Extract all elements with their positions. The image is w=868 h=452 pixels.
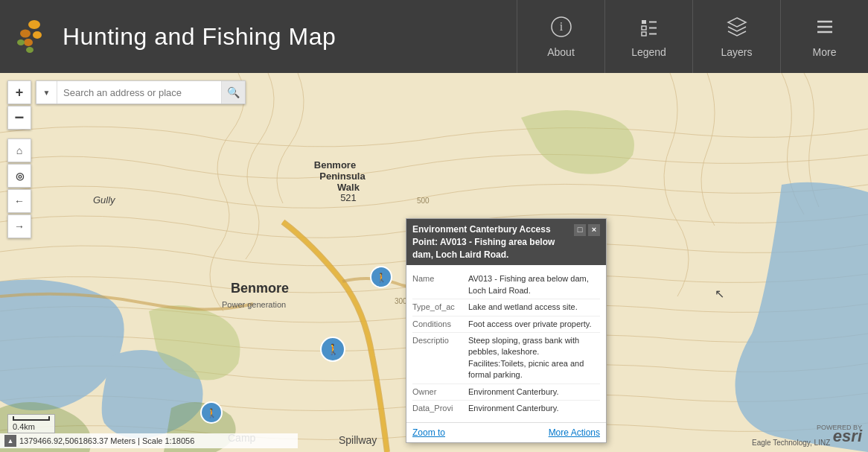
scale-bar: 0.4km <box>7 414 55 433</box>
popup-field-row: NameAV013 - Fishing area below dam, Loch… <box>412 271 600 299</box>
back-button[interactable]: ← <box>7 189 31 213</box>
svg-rect-8 <box>642 20 646 24</box>
popup-header: Environment Canterbury Access Point: AV0… <box>406 219 606 265</box>
app-title: Hunting and Fishing Map <box>63 23 336 51</box>
popup-field-key: Conditions <box>412 319 468 330</box>
svg-text:Benmore: Benmore <box>314 159 356 171</box>
popup-field-value: Steep sloping, grass bank with pebbles, … <box>468 335 600 381</box>
svg-text:Gully: Gully <box>93 194 116 206</box>
layers-icon <box>725 15 749 42</box>
svg-text:↖: ↖ <box>715 287 724 300</box>
popup-field-key: Data_Provi <box>412 403 468 414</box>
popup-field-row: DescriptioSteep sloping, grass bank with… <box>412 333 600 384</box>
more-actions-link[interactable]: More Actions <box>549 427 600 438</box>
logo-area: Hunting and Fishing Map <box>0 17 517 56</box>
search-input[interactable] <box>57 81 221 104</box>
map-container[interactable]: Gully Benmore Power generation Camp Spil… <box>0 73 868 452</box>
esri-logo: esri <box>833 427 862 446</box>
popup-field-value: Environment Canterbury. <box>468 403 600 414</box>
popup-field-key: Name <box>412 273 468 296</box>
app-logo <box>15 17 54 56</box>
svg-point-35 <box>201 402 222 423</box>
coordinates-text: 1379466.92,5061863.37 Meters | Scale 1:1… <box>19 436 194 445</box>
app-header: Hunting and Fishing Map i About Legend <box>0 0 868 73</box>
svg-point-31 <box>321 337 345 361</box>
svg-text:🚶: 🚶 <box>376 272 387 283</box>
svg-text:Benmore: Benmore <box>231 281 289 296</box>
popup-field-value: Foot access over private property. <box>468 319 600 330</box>
svg-rect-10 <box>642 26 646 30</box>
svg-text:Eagle Technology, LINZ: Eagle Technology, LINZ <box>752 439 830 447</box>
svg-text:🚶: 🚶 <box>327 343 340 356</box>
popup-field-row: Data_ProviEnvironment Canterbury. <box>412 401 600 416</box>
svg-text:Peninsula: Peninsula <box>319 171 366 182</box>
svg-point-33 <box>371 267 392 287</box>
nav-about[interactable]: i About <box>517 0 604 73</box>
map-controls: + − ⌂ ◎ ← → <box>7 80 31 238</box>
popup-footer: Zoom to More Actions <box>406 422 606 442</box>
coords-expand-button[interactable]: ▲ <box>4 435 16 447</box>
search-dropdown-button[interactable]: ▼ <box>36 81 57 104</box>
popup-field-row: ConditionsFoot access over private prope… <box>412 316 600 333</box>
nav-more-label: More <box>813 46 837 58</box>
search-bar: ▼ 🔍 <box>36 80 246 104</box>
popup-field-value: Environment Canterbury. <box>468 386 600 398</box>
svg-point-5 <box>26 47 33 53</box>
scale-label: 0.4km <box>13 422 35 431</box>
nav-legend-label: Legend <box>631 46 666 58</box>
svg-point-1 <box>20 30 31 38</box>
popup-field-value: AV013 - Fishing area below dam, Loch Lai… <box>468 273 600 296</box>
more-icon <box>813 15 837 42</box>
svg-text:Spillway: Spillway <box>339 434 377 446</box>
nav-more[interactable]: More <box>780 0 868 73</box>
svg-text:521: 521 <box>340 192 357 203</box>
coords-bar: ▲ 1379466.92,5061863.37 Meters | Scale 1… <box>0 433 298 448</box>
zoom-out-button[interactable]: − <box>7 106 31 130</box>
zoom-in-button[interactable]: + <box>7 80 31 104</box>
popup-field-value: Lake and wetland access site. <box>468 302 600 313</box>
svg-text:500: 500 <box>417 197 430 205</box>
popup-controls: □ × <box>574 224 600 236</box>
popup-field-key: Descriptio <box>412 335 468 381</box>
svg-point-3 <box>24 39 33 46</box>
popup-minimize-button[interactable]: □ <box>574 224 586 236</box>
legend-icon <box>637 15 661 42</box>
search-button[interactable]: 🔍 <box>221 81 245 104</box>
feature-popup: Environment Canterbury Access Point: AV0… <box>406 218 607 443</box>
svg-text:i: i <box>559 20 563 33</box>
popup-field-key: Type_of_ac <box>412 302 468 313</box>
svg-point-0 <box>28 20 40 29</box>
forward-button[interactable]: → <box>7 214 31 238</box>
popup-title: Environment Canterbury Access Point: AV0… <box>412 223 574 261</box>
svg-marker-14 <box>728 18 746 27</box>
svg-point-4 <box>17 39 25 45</box>
svg-text:🚶: 🚶 <box>206 407 217 418</box>
home-button[interactable]: ⌂ <box>7 139 31 162</box>
nav-layers-label: Layers <box>721 46 752 58</box>
svg-point-2 <box>33 31 42 39</box>
popup-field-row: Type_of_acLake and wetland access site. <box>412 299 600 316</box>
about-icon: i <box>549 15 573 42</box>
svg-text:Walk: Walk <box>337 182 360 193</box>
popup-field-key: Owner <box>412 386 468 398</box>
locate-button[interactable]: ◎ <box>7 164 31 188</box>
svg-rect-12 <box>642 32 646 36</box>
nav-layers[interactable]: Layers <box>692 0 780 73</box>
popup-close-button[interactable]: × <box>588 224 600 236</box>
nav-about-label: About <box>547 46 575 58</box>
zoom-to-link[interactable]: Zoom to <box>412 427 445 438</box>
nav-legend[interactable]: Legend <box>604 0 692 73</box>
svg-text:Power generation: Power generation <box>222 300 286 309</box>
popup-body: NameAV013 - Fishing area below dam, Loch… <box>406 265 606 422</box>
popup-field-row: OwnerEnvironment Canterbury. <box>412 384 600 401</box>
